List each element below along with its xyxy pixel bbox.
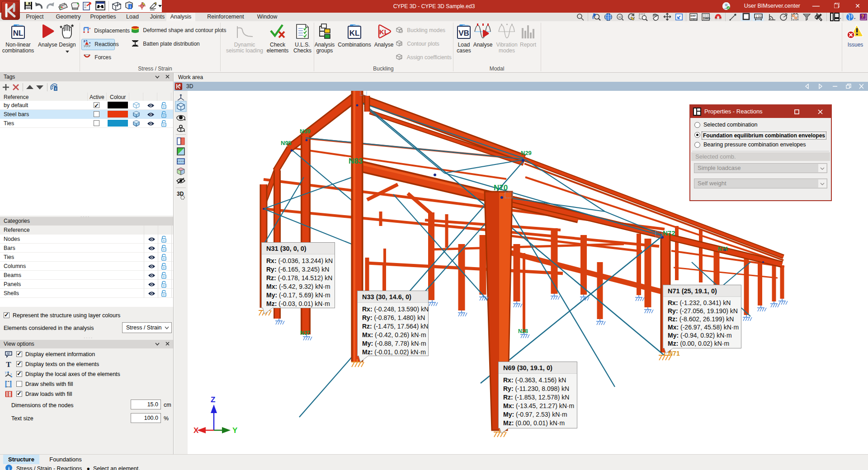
svg-text:T: T [6,361,11,368]
svg-text:N95: N95 [281,140,292,146]
svg-text:N70: N70 [494,183,508,192]
svg-text:N72: N72 [663,229,675,237]
svg-text:F: F [84,40,86,43]
svg-text:VB: VB [458,29,469,38]
svg-text:i: i [8,465,9,470]
svg-text:Z: Z [211,395,215,404]
svg-text:N37: N37 [300,330,310,336]
svg-text:N29: N29 [521,150,532,156]
svg-text:X: X [193,426,199,435]
svg-text:KL: KL [379,28,388,36]
svg-text:N74: N74 [718,246,728,252]
svg-text:y: y [5,371,7,374]
svg-text:x2: x2 [618,15,622,19]
svg-text:i: i [130,5,131,9]
svg-text:?: ? [861,14,864,19]
svg-text:KL: KL [349,29,360,38]
svg-text:Y: Y [232,426,238,435]
svg-text:N39: N39 [300,128,311,135]
svg-text:I: I [55,87,56,91]
svg-text:N83: N83 [349,157,363,165]
svg-text:NL: NL [13,29,24,38]
svg-text:DWG: DWG [691,18,698,20]
svg-text:N28: N28 [518,328,528,334]
svg-text:DWG: DWG [703,17,710,20]
svg-text:DXF: DXF [691,14,696,17]
svg-text:1.00: 1.00 [755,15,762,18]
svg-text:x: x [10,372,12,376]
svg-text:3D: 3D [177,191,184,197]
